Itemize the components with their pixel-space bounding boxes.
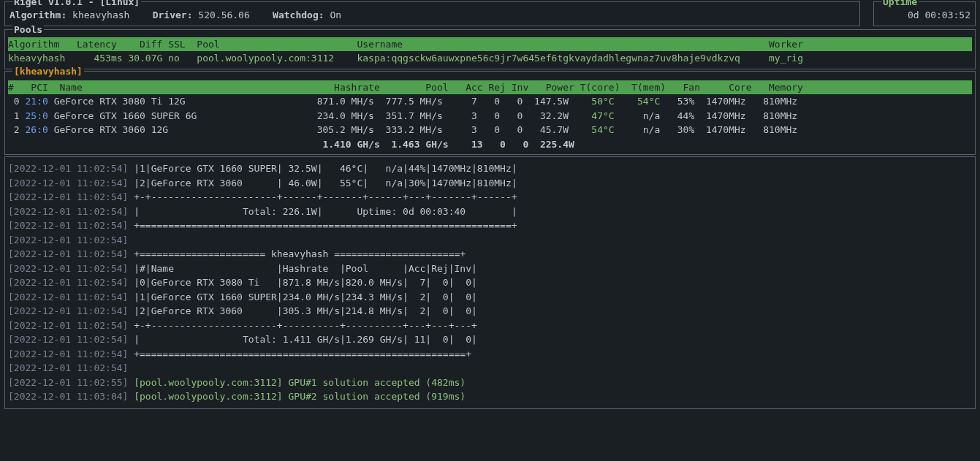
log-line: [2022-12-01 11:02:54] +=================… <box>8 218 972 233</box>
gpu-box: [kheavyhash] # PCI Name Hashrate Pool Ac… <box>4 71 976 156</box>
log-ts: [2022-12-01 11:02:54] <box>8 277 128 288</box>
log-box[interactable]: [2022-12-01 11:02:54] |1|GeForce GTX 166… <box>4 156 976 409</box>
log-line: [2022-12-01 11:02:54] | Total: 1.411 GH/… <box>8 332 972 347</box>
log-ts: [2022-12-01 11:02:54] <box>8 334 128 345</box>
gpu-tcore: 50°C <box>574 96 615 107</box>
log-line: [2022-12-01 11:02:54] | Total: 226.1W| U… <box>8 205 972 219</box>
log-text: +=======================================… <box>128 220 517 231</box>
gpu-tmem: n/a <box>620 124 660 135</box>
log-text: |#|Name |Hashrate |Pool |Acc|Rej|Inv| <box>128 263 476 274</box>
pool-diff: 30.07G <box>128 53 162 64</box>
pools-title: Pools <box>12 23 44 37</box>
log-ts: [2022-12-01 11:02:54] <box>8 292 128 302</box>
app-title: Rigel v1.0.1 - [Linux] <box>12 0 141 9</box>
gpu-pci: 26:0 <box>25 124 48 135</box>
col-user: Username <box>357 39 757 50</box>
log-ts: [2022-12-01 11:02:54] <box>8 362 128 373</box>
log-text: [pool.woolypooly.com:3112] GPU#1 solutio… <box>128 377 466 388</box>
log-line: [2022-12-01 11:02:54] |0|GeForce RTX 308… <box>8 275 972 290</box>
log-text: +=======================================… <box>128 348 471 359</box>
log-ts: [2022-12-01 11:03:04] <box>8 391 128 402</box>
pool-user: kaspa:qqgsckw6auwxpne56c9jr7w645ef6tgkva… <box>357 53 757 64</box>
log-ts: [2022-12-01 11:02:54] <box>8 305 128 316</box>
pools-header-row: Algorithm Latency Diff SSL Pool Username… <box>8 37 972 52</box>
log-line: [2022-12-01 11:03:04] [pool.woolypooly.c… <box>8 389 972 404</box>
log-text: |1|GeForce GTX 1660 SUPER|234.0 MH/s|234… <box>128 292 476 302</box>
log-ts: [2022-12-01 11:02:54] <box>8 206 128 217</box>
log-ts: [2022-12-01 11:02:55] <box>8 377 128 388</box>
log-line: [2022-12-01 11:02:54] |#|Name |Hashrate … <box>8 262 972 276</box>
uptime-label: Uptime <box>881 0 919 9</box>
log-line: [2022-12-01 11:02:54] |2|GeForce RTX 306… <box>8 176 972 191</box>
log-text: [pool.woolypooly.com:3112] GPU#2 solutio… <box>128 391 466 402</box>
uptime-box: Uptime 0d 00:03:52 <box>873 1 976 26</box>
gpu-name: GeForce RTX 3080 Ti 12G <box>54 96 311 107</box>
pool-worker: my_rig <box>763 53 803 64</box>
gpu-row: 1 25:0 GeForce GTX 1660 SUPER 6G 234.0 M… <box>8 109 972 123</box>
gpu-pci: 25:0 <box>25 110 48 121</box>
gpu-tmem: 54°C <box>620 96 660 107</box>
log-line: [2022-12-01 11:02:54] <box>8 361 972 376</box>
log-text: |1|GeForce GTX 1660 SUPER| 32.5W| 46°C| … <box>128 163 517 174</box>
log-line: [2022-12-01 11:02:55] [pool.woolypooly.c… <box>8 376 972 390</box>
pool-latency: 453ms <box>77 53 123 64</box>
log-ts: [2022-12-01 11:02:54] <box>8 235 128 245</box>
gpu-header-row: # PCI Name Hashrate Pool Acc Rej Inv Pow… <box>8 80 972 95</box>
log-text: | Total: 1.411 GH/s|1.269 GH/s| 11| 0| 0… <box>128 334 476 345</box>
log-ts: [2022-12-01 11:02:54] <box>8 220 128 231</box>
log-ts: [2022-12-01 11:02:54] <box>8 320 128 331</box>
log-line: [2022-12-01 11:02:54] <box>8 233 972 248</box>
col-algo: Algorithm <box>8 39 71 50</box>
pool-addr: pool.woolypooly.com:3112 <box>197 53 351 64</box>
watchdog-label: Watchdog: <box>273 9 324 20</box>
pool-ssl: no <box>168 53 185 64</box>
log-text: +====================== kheavyhash =====… <box>128 248 466 259</box>
header-box: Rigel v1.0.1 - [Linux] Algorithm: kheavy… <box>4 1 860 26</box>
log-line: [2022-12-01 11:02:54] +=================… <box>8 247 972 262</box>
log-ts: [2022-12-01 11:02:54] <box>8 163 128 174</box>
gpu-tmem: n/a <box>620 110 660 121</box>
log-text: +-+----------------------+------+-------… <box>128 191 517 202</box>
gpu-name: GeForce GTX 1660 SUPER 6G <box>54 110 311 121</box>
log-text: | Total: 226.1W| Uptime: 0d 00:03:40 | <box>128 206 517 217</box>
algo-label: Algorithm: <box>10 9 67 20</box>
pools-box: Pools Algorithm Latency Diff SSL Pool Us… <box>4 29 976 69</box>
pool-algo: kheavyhash <box>8 53 71 64</box>
log-text: +-+----------------------+----------+---… <box>128 320 476 331</box>
col-diff: Diff <box>128 39 162 50</box>
col-worker: Worker <box>763 39 803 50</box>
uptime-value: 0d 00:03:52 <box>908 9 970 20</box>
log-line: [2022-12-01 11:02:54] +=================… <box>8 347 972 362</box>
col-ssl: SSL <box>168 39 185 50</box>
log-line: [2022-12-01 11:02:54] |2|GeForce RTX 306… <box>8 304 972 319</box>
pools-row: kheavyhash 453ms 30.07G no pool.woolypoo… <box>8 51 972 66</box>
log-line: [2022-12-01 11:02:54] |1|GeForce GTX 166… <box>8 161 972 176</box>
log-ts: [2022-12-01 11:02:54] <box>8 191 128 202</box>
gpu-pci: 21:0 <box>25 96 48 107</box>
gpu-title: [kheavyhash] <box>12 64 84 79</box>
gpu-row: 2 26:0 GeForce RTX 3060 12G 305.2 MH/s 3… <box>8 123 972 137</box>
gpu-tcore: 47°C <box>574 110 615 121</box>
log-text: |0|GeForce RTX 3080 Ti |871.8 MH/s|820.0… <box>128 277 476 288</box>
log-line: [2022-12-01 11:02:54] +-+---------------… <box>8 319 972 333</box>
log-ts: [2022-12-01 11:02:54] <box>8 178 128 188</box>
log-ts: [2022-12-01 11:02:54] <box>8 263 128 274</box>
log-ts: [2022-12-01 11:02:54] <box>8 348 128 359</box>
gpu-tcore: 54°C <box>574 124 615 135</box>
algo-value: kheavyhash <box>72 9 129 20</box>
log-line: [2022-12-01 11:02:54] |1|GeForce GTX 166… <box>8 290 972 305</box>
log-text: |2|GeForce RTX 3060 | 46.0W| 55°C| n/a|3… <box>128 178 517 188</box>
gpu-row: 0 21:0 GeForce RTX 3080 Ti 12G 871.0 MH/… <box>8 94 972 109</box>
watchdog-value: On <box>330 9 341 20</box>
col-latency: Latency <box>77 39 123 50</box>
log-line: [2022-12-01 11:02:54] +-+---------------… <box>8 190 972 205</box>
driver-label: Driver: <box>153 9 193 20</box>
log-text: |2|GeForce RTX 3060 |305.3 MH/s|214.8 MH… <box>128 305 476 316</box>
driver-value: 520.56.06 <box>198 9 249 20</box>
log-ts: [2022-12-01 11:02:54] <box>8 248 128 259</box>
gpu-total-row: 1.410 GH/s 1.463 GH/s 13 0 0 225.4W <box>8 137 972 152</box>
col-pool: Pool <box>197 39 351 50</box>
gpu-name: GeForce RTX 3060 12G <box>54 124 311 135</box>
